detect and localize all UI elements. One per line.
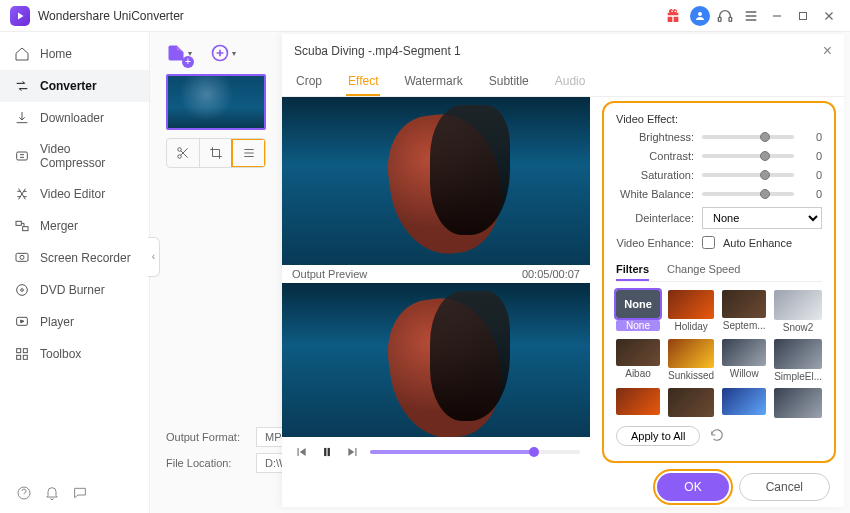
output-preview (282, 283, 590, 437)
sidebar-item-converter[interactable]: Converter (0, 70, 149, 102)
tab-subtitle[interactable]: Subtitle (487, 68, 531, 96)
sidebar-item-label: Player (40, 315, 74, 329)
filter-snow2[interactable]: Snow2 (774, 290, 822, 333)
svg-point-0 (698, 12, 702, 16)
white-balance-slider[interactable] (702, 192, 794, 196)
sidebar-item-dvd[interactable]: DVD Burner (0, 274, 149, 306)
next-button[interactable] (344, 443, 362, 461)
svg-rect-2 (729, 17, 732, 21)
gift-icon[interactable] (662, 5, 684, 27)
tab-watermark[interactable]: Watermark (402, 68, 464, 96)
filter-extra-4[interactable] (774, 388, 822, 418)
tab-crop[interactable]: Crop (294, 68, 324, 96)
saturation-slider[interactable] (702, 173, 794, 177)
brightness-slider[interactable] (702, 135, 794, 139)
video-effect-heading: Video Effect: (616, 113, 822, 125)
svg-rect-4 (17, 152, 28, 160)
sidebar-item-toolbox[interactable]: Toolbox (0, 338, 149, 370)
filter-extra-3[interactable] (722, 388, 766, 418)
contrast-slider[interactable] (702, 154, 794, 158)
editor-tabs: Crop Effect Watermark Subtitle Audio (282, 68, 844, 97)
output-preview-label: Output Preview (292, 268, 367, 280)
sidebar-item-editor[interactable]: Video Editor (0, 178, 149, 210)
filter-september[interactable]: Septem... (722, 290, 766, 333)
headset-icon[interactable] (714, 5, 736, 27)
crop-icon[interactable] (199, 139, 232, 167)
sidebar-item-merger[interactable]: Merger (0, 210, 149, 242)
sidebar-collapse[interactable]: ‹ (148, 237, 160, 277)
filter-none[interactable]: NoneNone (616, 290, 660, 333)
contrast-label: Contrast: (616, 150, 694, 162)
svg-rect-6 (23, 227, 28, 231)
effect-editor-panel: Scuba Diving -.mp4-Segment 1 × Crop Effe… (282, 34, 844, 507)
deinterlace-label: Deinterlace: (616, 212, 694, 224)
filter-grid: NoneNone Holiday Septem... Snow2 Aibao S… (616, 290, 822, 418)
auto-enhance-label: Auto Enhance (723, 237, 792, 249)
enhance-label: Video Enhance: (616, 237, 694, 249)
bell-icon[interactable] (44, 485, 60, 501)
effect-icon[interactable] (232, 139, 265, 167)
refresh-icon[interactable] (710, 428, 724, 444)
sidebar-item-label: DVD Burner (40, 283, 105, 297)
svg-rect-5 (16, 221, 21, 225)
subtab-filters[interactable]: Filters (616, 259, 649, 281)
feedback-icon[interactable] (72, 485, 88, 501)
sidebar-item-label: Home (40, 47, 72, 61)
sidebar-item-compressor[interactable]: Video Compressor (0, 134, 149, 178)
clip-thumbnail[interactable] (166, 74, 266, 130)
svg-rect-21 (328, 448, 330, 456)
filter-extra-2[interactable] (668, 388, 714, 418)
titlebar: Wondershare UniConverter (0, 0, 850, 32)
svg-rect-7 (16, 253, 28, 261)
svg-point-8 (20, 255, 24, 259)
pause-button[interactable] (318, 443, 336, 461)
trim-icon[interactable] (167, 139, 199, 167)
white-balance-label: White Balance: (616, 188, 694, 200)
filter-holiday[interactable]: Holiday (668, 290, 714, 333)
menu-icon[interactable] (740, 5, 762, 27)
filter-sunkissed[interactable]: Sunkissed (668, 339, 714, 382)
sidebar-item-label: Video Editor (40, 187, 105, 201)
deinterlace-select[interactable]: None (702, 207, 822, 229)
contrast-value: 0 (802, 150, 822, 162)
user-avatar[interactable] (690, 6, 710, 26)
sidebar-item-label: Merger (40, 219, 78, 233)
tab-effect[interactable]: Effect (346, 68, 380, 96)
sidebar-item-downloader[interactable]: Downloader (0, 102, 149, 134)
seek-slider[interactable] (370, 450, 580, 454)
filter-aibao[interactable]: Aibao (616, 339, 660, 382)
filter-extra-1[interactable] (616, 388, 660, 418)
brightness-label: Brightness: (616, 131, 694, 143)
svg-rect-13 (23, 349, 27, 353)
filter-simpleel[interactable]: SimpleEl... (774, 339, 822, 382)
add-file-button[interactable]: +▾ (166, 40, 192, 66)
help-icon[interactable] (16, 485, 32, 501)
svg-rect-1 (718, 17, 721, 21)
cancel-button[interactable]: Cancel (739, 473, 830, 501)
close-button[interactable] (818, 5, 840, 27)
editor-close[interactable]: × (823, 42, 832, 60)
minimize-button[interactable] (766, 5, 788, 27)
sidebar-item-label: Toolbox (40, 347, 81, 361)
sidebar-item-home[interactable]: Home (0, 38, 149, 70)
sidebar-item-player[interactable]: Player (0, 306, 149, 338)
svg-rect-14 (17, 355, 21, 359)
sidebar-item-label: Video Compressor (40, 142, 135, 170)
sidebar: Home Converter Downloader Video Compress… (0, 32, 150, 513)
subtab-speed[interactable]: Change Speed (667, 259, 740, 281)
maximize-button[interactable] (792, 5, 814, 27)
white-balance-value: 0 (802, 188, 822, 200)
apply-to-all-button[interactable]: Apply to All (616, 426, 700, 446)
svg-rect-15 (23, 355, 27, 359)
ok-button[interactable]: OK (657, 473, 728, 501)
sidebar-item-label: Downloader (40, 111, 104, 125)
svg-point-9 (17, 285, 28, 296)
add-folder-button[interactable]: ▾ (210, 40, 236, 66)
saturation-label: Saturation: (616, 169, 694, 181)
svg-rect-12 (17, 349, 21, 353)
prev-button[interactable] (292, 443, 310, 461)
sidebar-item-recorder[interactable]: Screen Recorder (0, 242, 149, 274)
filter-willow[interactable]: Willow (722, 339, 766, 382)
auto-enhance-checkbox[interactable] (702, 236, 715, 249)
svg-rect-3 (800, 12, 807, 19)
